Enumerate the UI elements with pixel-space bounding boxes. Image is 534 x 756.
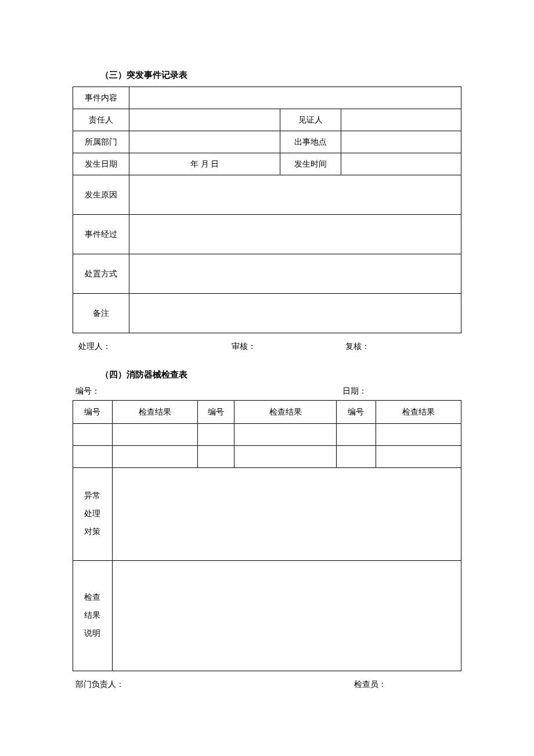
value-content: [129, 87, 461, 109]
label-process: 事件经过: [73, 215, 129, 254]
cell-r1c5: [336, 424, 376, 446]
footer-audit: 审核：: [189, 341, 299, 352]
value-remark: [129, 294, 461, 333]
cell-r2c2: [112, 446, 197, 468]
col-result-3: 检查结果: [376, 401, 461, 424]
cell-r2c5: [336, 446, 376, 468]
value-time: [341, 153, 461, 175]
label-date: 发生日期: [73, 153, 129, 175]
section4-footer: 部门负责人： 检查员：: [73, 679, 461, 690]
section4-header: 编号： 日期：: [73, 386, 461, 397]
label-abnormal: 异常处理对策: [73, 468, 113, 561]
label-department: 所属部门: [73, 131, 129, 153]
value-process: [129, 215, 461, 254]
label-location: 出事地点: [280, 131, 341, 153]
cell-r2c6: [376, 446, 461, 468]
label-witness: 见证人: [280, 109, 341, 131]
label-content: 事件内容: [73, 87, 129, 109]
value-location: [341, 131, 461, 153]
value-abnormal: [112, 468, 461, 561]
col-result-1: 检查结果: [112, 401, 197, 424]
value-date: 年 月 日: [129, 153, 280, 175]
cell-r2c3: [198, 446, 234, 468]
value-witness: [341, 109, 461, 131]
footer-dept-head: 部门负责人：: [75, 679, 354, 690]
value-responsible: [129, 109, 280, 131]
section3-footer: 处理人： 审核： 复核：: [73, 341, 461, 352]
footer-inspector: 检查员：: [354, 679, 459, 690]
header-number: 编号：: [75, 386, 342, 397]
cell-r1c3: [198, 424, 234, 446]
cell-r1c2: [112, 424, 197, 446]
value-check-desc: [112, 561, 461, 671]
label-disposal: 处置方式: [73, 254, 129, 294]
footer-handler: 处理人：: [78, 341, 189, 352]
fire-equipment-table: 编号 检查结果 编号 检查结果 编号 检查结果 异常处理对策 检查结果说明: [73, 400, 461, 671]
value-cause: [129, 175, 461, 215]
incident-record-table: 事件内容 责任人 见证人 所属部门 出事地点 发生日期 年 月 日 发生时间 发…: [73, 87, 461, 333]
col-num-2: 编号: [198, 401, 234, 424]
value-department: [129, 131, 280, 153]
cell-r2c1: [73, 446, 113, 468]
label-time: 发生时间: [280, 153, 341, 175]
col-num-1: 编号: [73, 401, 113, 424]
label-cause: 发生原因: [73, 175, 129, 215]
label-check-desc: 检查结果说明: [73, 561, 113, 671]
cell-r2c4: [234, 446, 336, 468]
cell-r1c4: [234, 424, 336, 446]
cell-r1c1: [73, 424, 113, 446]
col-num-3: 编号: [336, 401, 376, 424]
label-remark: 备注: [73, 294, 129, 333]
footer-review: 复核：: [299, 341, 456, 352]
value-disposal: [129, 254, 461, 294]
section3-title: （三）突发事件记录表: [73, 70, 461, 81]
col-result-2: 检查结果: [234, 401, 336, 424]
label-responsible: 责任人: [73, 109, 129, 131]
section4-title: （四）消防器械检查表: [73, 369, 461, 380]
header-date: 日期：: [342, 386, 459, 397]
cell-r1c6: [376, 424, 461, 446]
